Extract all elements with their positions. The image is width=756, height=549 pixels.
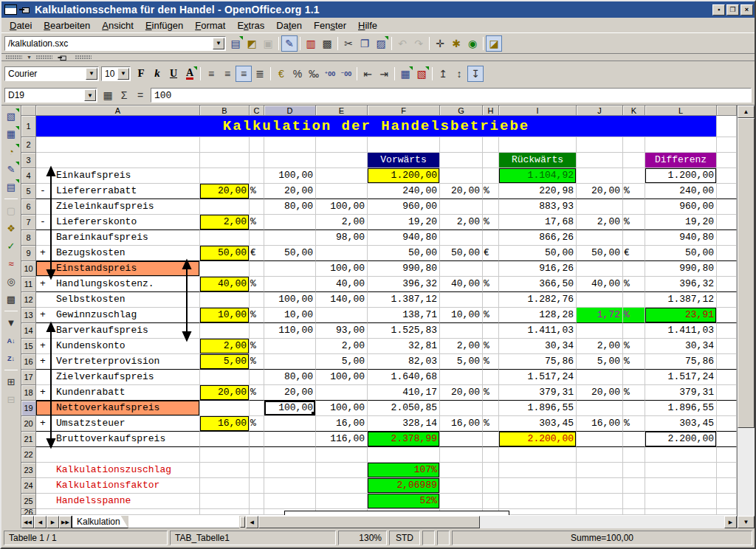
cell-F21[interactable]: 2.378,99 xyxy=(368,432,440,447)
insert-icon[interactable]: ▧ xyxy=(2,108,20,125)
form-controls-icon[interactable]: ▤ xyxy=(2,179,20,196)
find-replace-icon[interactable]: ◎ xyxy=(2,273,20,290)
cell-C11[interactable]: % xyxy=(250,277,264,292)
cell-F4[interactable]: 1.200,00 xyxy=(368,168,440,184)
status-sum[interactable]: Summe=100,00 xyxy=(452,531,752,545)
cell-L4[interactable]: 1.200,00 xyxy=(645,168,717,184)
cell[interactable] xyxy=(717,432,737,447)
cell-I20[interactable]: 303,45 xyxy=(499,416,577,432)
cell-L16[interactable]: 75,86 xyxy=(645,354,717,370)
cell-G20[interactable]: 16,00 xyxy=(440,416,483,432)
themes-icon[interactable]: ❖ xyxy=(2,220,20,237)
cell[interactable] xyxy=(717,184,737,199)
row-header-18[interactable]: 18 xyxy=(21,385,36,401)
spellcheck-icon[interactable]: ✓ xyxy=(2,238,20,255)
cell-K18[interactable]: % xyxy=(623,385,645,401)
cell-C14[interactable] xyxy=(250,323,264,339)
cell-I18[interactable]: 379,31 xyxy=(499,385,577,401)
cell-I12[interactable]: 1.282,76 xyxy=(499,292,577,308)
cell-I26[interactable] xyxy=(499,509,577,515)
status-page-style[interactable]: TAB_Tabelle1 xyxy=(170,531,336,545)
cell-A4[interactable]: Einkaufspreis xyxy=(36,168,200,184)
cell-B25[interactable] xyxy=(200,494,250,509)
cell-B7[interactable]: 2,00 xyxy=(200,215,250,230)
cell-H8[interactable] xyxy=(483,230,499,246)
cell-H17[interactable] xyxy=(483,370,499,385)
cell-F12[interactable]: 1.387,12 xyxy=(368,292,440,308)
cell-F9[interactable]: 50,00 xyxy=(368,246,440,261)
cell-D17[interactable]: 80,00 xyxy=(264,370,316,385)
cell-L11[interactable]: 396,32 xyxy=(645,277,717,292)
cell-L6[interactable]: 960,00 xyxy=(645,199,717,215)
cell-H16[interactable]: % xyxy=(483,354,499,370)
cell-E6[interactable]: 100,00 xyxy=(316,199,368,215)
row-header-22[interactable]: 22 xyxy=(21,447,36,463)
cell-D14[interactable]: 110,00 xyxy=(264,323,316,339)
cell[interactable] xyxy=(717,215,737,230)
cell-B19[interactable] xyxy=(200,401,250,416)
chevron-down-icon[interactable]: ▼ xyxy=(84,89,96,101)
cell-D21[interactable] xyxy=(264,432,316,447)
cell-G10[interactable] xyxy=(440,261,483,277)
cell-G13[interactable]: 10,00 xyxy=(440,308,483,323)
cell[interactable] xyxy=(717,370,737,385)
cell-G17[interactable] xyxy=(440,370,483,385)
decrease-indent-icon[interactable]: ⇤ xyxy=(360,66,376,82)
cell[interactable] xyxy=(717,261,737,277)
cell-I17[interactable]: 1.517,24 xyxy=(499,370,577,385)
toolbar-grip[interactable] xyxy=(36,55,52,59)
cell-C12[interactable] xyxy=(250,292,264,308)
row-header-3[interactable]: 3 xyxy=(21,153,36,168)
cell-B5[interactable]: 20,00 xyxy=(200,184,250,199)
cell-J15[interactable]: 2,00 xyxy=(577,339,623,354)
cell-G4[interactable] xyxy=(440,168,483,184)
cell-G23[interactable] xyxy=(440,463,483,478)
cell-F20[interactable]: 328,14 xyxy=(368,416,440,432)
cell-F2[interactable] xyxy=(368,137,440,153)
cell[interactable] xyxy=(717,230,737,246)
cell-K3[interactable] xyxy=(623,153,645,168)
hscroll-left-icon[interactable]: ◀ xyxy=(246,516,258,528)
chevron-down-icon[interactable]: ▼ xyxy=(117,68,129,80)
cell-E5[interactable] xyxy=(316,184,368,199)
cell-E3[interactable] xyxy=(316,153,368,168)
cell-K4[interactable] xyxy=(623,168,645,184)
cell-A26[interactable] xyxy=(36,509,200,515)
row-header-10[interactable]: 10 xyxy=(21,261,36,277)
column-header-H[interactable]: H xyxy=(483,106,499,116)
cell-G6[interactable] xyxy=(440,199,483,215)
cell-E17[interactable]: 100,00 xyxy=(316,370,368,385)
cell-L18[interactable]: 379,31 xyxy=(645,385,717,401)
cell-B4[interactable] xyxy=(200,168,250,184)
cell-J8[interactable] xyxy=(577,230,623,246)
cell-L2[interactable] xyxy=(645,137,717,153)
cell-K14[interactable] xyxy=(623,323,645,339)
cell-I7[interactable]: 17,68 xyxy=(499,215,577,230)
cut-icon[interactable]: ✂ xyxy=(340,35,357,52)
cell-D25[interactable] xyxy=(264,494,316,509)
url-combobox[interactable]: /kalkulation.sxc ▼ xyxy=(4,36,226,51)
cell-K21[interactable] xyxy=(623,432,645,447)
cell-C26[interactable] xyxy=(250,509,264,515)
cell-K10[interactable] xyxy=(623,261,645,277)
cell-C21[interactable] xyxy=(250,432,264,447)
row-header-25[interactable]: 25 xyxy=(21,494,36,509)
cell-E19[interactable]: 100,00 xyxy=(316,401,368,416)
row-header-11[interactable]: 11 xyxy=(21,277,36,292)
number-currency-icon[interactable]: € xyxy=(273,66,289,82)
column-header-K[interactable]: K xyxy=(623,106,645,116)
cell-B14[interactable] xyxy=(200,323,250,339)
delete-decimal-icon[interactable]: ⁻00 xyxy=(338,66,354,82)
cell-C9[interactable]: € xyxy=(250,246,264,261)
cell-F7[interactable]: 19,20 xyxy=(368,215,440,230)
cell-G7[interactable]: 2,00 xyxy=(440,215,483,230)
scroll-down-icon[interactable]: ▼ xyxy=(738,516,755,528)
cell-I21[interactable]: 2.200,00 xyxy=(499,432,577,447)
cell-A2[interactable] xyxy=(36,137,200,153)
cell-D6[interactable]: 80,00 xyxy=(264,199,316,215)
cell-B12[interactable] xyxy=(200,292,250,308)
vertical-scroll-trough[interactable] xyxy=(738,428,755,516)
cell-F11[interactable]: 396,32 xyxy=(368,277,440,292)
scroll-up-icon[interactable]: ▲ xyxy=(738,106,755,118)
cell[interactable] xyxy=(717,199,737,215)
